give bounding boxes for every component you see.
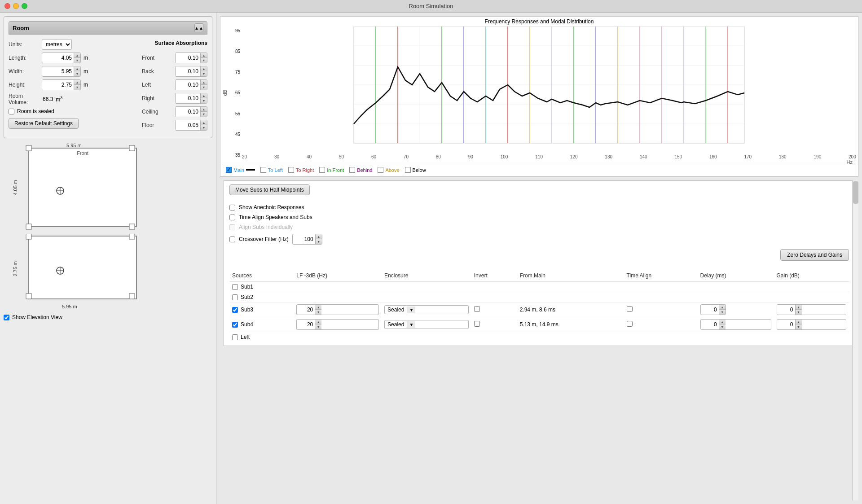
right-abs-down[interactable]: ▼ (201, 98, 207, 103)
right-abs-input[interactable] (176, 93, 200, 103)
ceiling-up[interactable]: ▲ (201, 107, 207, 112)
length-spinner[interactable]: ▲ ▼ (74, 53, 80, 63)
sub3-enclosure-dropdown[interactable]: ▼ (407, 307, 415, 313)
sub3-delay-down[interactable]: ▼ (719, 310, 726, 315)
sub3-gain-down[interactable]: ▼ (796, 310, 802, 315)
sub2-checkbox[interactable] (232, 294, 238, 300)
sub3-delay-spinner[interactable]: ▲ ▼ (719, 305, 726, 315)
width-down[interactable]: ▼ (74, 71, 80, 76)
room-panel-collapse[interactable]: ▲▲ (194, 23, 203, 32)
align-individually-checkbox[interactable] (229, 224, 235, 230)
move-subs-button[interactable]: Move Subs to Half Midpoints (229, 184, 310, 195)
sub4-lf-input[interactable] (297, 320, 315, 329)
sub3-invert-checkbox[interactable] (474, 306, 480, 312)
sub4-gain-input[interactable] (777, 320, 795, 329)
legend-to-right-checkbox[interactable] (288, 167, 294, 173)
legend-below: Below (405, 167, 426, 173)
sub3-gain-spinner[interactable]: ▲ ▼ (795, 305, 802, 315)
left-abs-input[interactable] (176, 80, 200, 90)
sub3-gain-up[interactable]: ▲ (796, 305, 802, 310)
legend-main-checkbox[interactable]: ✓ (226, 167, 232, 173)
sub3-time-align-checkbox[interactable] (627, 306, 633, 312)
floor-spinner[interactable]: ▲ ▼ (200, 120, 207, 130)
crossover-input[interactable] (293, 234, 315, 244)
left-src-checkbox[interactable] (232, 334, 238, 340)
sub4-gain-spinner[interactable]: ▲ ▼ (795, 320, 802, 329)
sub4-time-align-checkbox[interactable] (627, 321, 633, 327)
close-button[interactable] (4, 3, 10, 9)
restore-defaults-button[interactable]: Restore Default Settings (9, 118, 79, 129)
ceiling-input[interactable] (176, 107, 200, 117)
show-elevation-checkbox[interactable] (4, 315, 9, 320)
length-down[interactable]: ▼ (74, 58, 80, 63)
legend-in-front-checkbox[interactable] (319, 167, 325, 173)
crossover-up[interactable]: ▲ (316, 234, 322, 239)
sub4-lf-spinner[interactable]: ▲ ▼ (315, 320, 321, 329)
sub3-lf-up[interactable]: ▲ (315, 305, 321, 310)
scrollbar-thumb[interactable] (853, 181, 858, 204)
width-up[interactable]: ▲ (74, 66, 80, 71)
right-abs-spinner[interactable]: ▲ ▼ (200, 93, 207, 103)
width-spinner[interactable]: ▲ ▼ (74, 66, 80, 76)
front-spinner[interactable]: ▲ ▼ (200, 53, 207, 63)
sub3-delay-input[interactable] (701, 305, 719, 315)
back-down[interactable]: ▼ (201, 71, 207, 76)
sub4-lf-up[interactable]: ▲ (315, 320, 321, 324)
height-down[interactable]: ▼ (74, 85, 80, 90)
sub4-gain-down[interactable]: ▼ (796, 324, 802, 329)
height-spinner[interactable]: ▲ ▼ (74, 80, 80, 90)
height-up[interactable]: ▲ (74, 80, 80, 85)
back-up[interactable]: ▲ (201, 66, 207, 71)
sub4-delay-spinner[interactable]: ▲ ▼ (719, 320, 726, 329)
legend-to-left-checkbox[interactable] (260, 167, 266, 173)
ceiling-spinner[interactable]: ▲ ▼ (200, 107, 207, 117)
controls-scrollbar[interactable] (852, 180, 858, 500)
sub1-checkbox[interactable] (232, 284, 238, 290)
sub3-delay-up[interactable]: ▲ (719, 305, 726, 310)
sub4-delay-down[interactable]: ▼ (719, 324, 726, 329)
front-down[interactable]: ▼ (201, 58, 207, 63)
zero-delays-button[interactable]: Zero Delays and Gains (780, 249, 849, 261)
ceiling-down[interactable]: ▼ (201, 112, 207, 117)
left-abs-down[interactable]: ▼ (201, 85, 207, 90)
floor-down[interactable]: ▼ (201, 125, 207, 130)
floor-input[interactable] (176, 120, 200, 130)
window-controls[interactable] (4, 3, 27, 9)
sub4-enclosure-dropdown[interactable]: ▼ (407, 321, 415, 328)
right-abs-up[interactable]: ▲ (201, 93, 207, 98)
left-abs-up[interactable]: ▲ (201, 80, 207, 85)
sub4-gain-up[interactable]: ▲ (796, 320, 802, 324)
sub4-lf-down[interactable]: ▼ (315, 324, 321, 329)
sub3-lf-input[interactable] (297, 305, 315, 315)
sub4-invert-checkbox[interactable] (474, 321, 480, 327)
sub4-delay-input[interactable] (701, 320, 719, 329)
height-input[interactable] (42, 80, 74, 90)
front-up[interactable]: ▲ (201, 53, 207, 58)
back-input[interactable] (176, 66, 200, 76)
crossover-checkbox[interactable] (229, 237, 235, 242)
sub3-lf-down[interactable]: ▼ (315, 310, 321, 315)
floor-up[interactable]: ▲ (201, 120, 207, 125)
legend-below-checkbox[interactable] (405, 167, 411, 173)
maximize-button[interactable] (22, 3, 27, 9)
sub3-gain-input[interactable] (777, 305, 795, 315)
time-align-checkbox[interactable] (229, 215, 235, 220)
sub3-checkbox[interactable] (232, 307, 238, 313)
units-select[interactable]: metres (42, 39, 72, 50)
sub4-delay-up[interactable]: ▲ (719, 320, 726, 324)
show-anechoic-checkbox[interactable] (229, 205, 235, 210)
left-abs-spinner[interactable]: ▲ ▼ (200, 80, 207, 90)
legend-above-checkbox[interactable] (378, 167, 383, 173)
crossover-down[interactable]: ▼ (316, 239, 322, 244)
length-up[interactable]: ▲ (74, 53, 80, 58)
sub3-lf-spinner[interactable]: ▲ ▼ (315, 305, 321, 315)
minimize-button[interactable] (13, 3, 19, 9)
length-input[interactable] (42, 53, 74, 63)
width-input[interactable] (42, 66, 74, 76)
legend-behind-checkbox[interactable] (349, 167, 355, 173)
front-input[interactable] (176, 53, 200, 63)
crossover-spinner[interactable]: ▲ ▼ (315, 234, 322, 244)
back-spinner[interactable]: ▲ ▼ (200, 66, 207, 76)
sub4-checkbox[interactable] (232, 322, 238, 328)
sealed-checkbox[interactable] (9, 109, 14, 114)
